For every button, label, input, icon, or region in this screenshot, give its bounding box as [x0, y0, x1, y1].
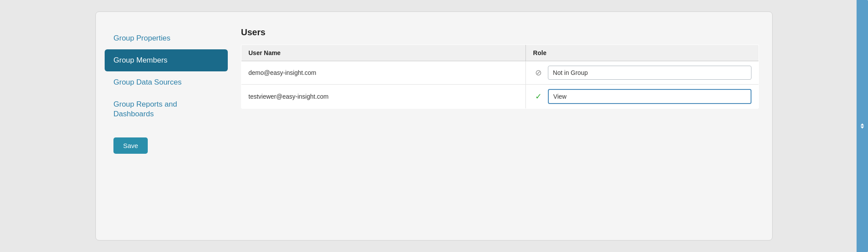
users-table: User Name Role demo@easy-insight.com⊘Not…	[241, 44, 759, 109]
sidebar-item-group-reports[interactable]: Group Reports and Dashboards	[105, 93, 228, 125]
save-button[interactable]: Save	[113, 137, 148, 154]
user-name-cell-1: testviewer@easy-insight.com	[241, 85, 526, 109]
sidebar-item-group-members[interactable]: Group Members	[105, 49, 228, 71]
col-header-role: Role	[526, 45, 759, 61]
col-header-username: User Name	[241, 45, 526, 61]
sidebar-item-group-data-sources[interactable]: Group Data Sources	[105, 71, 228, 93]
sidebar: Group PropertiesGroup MembersGroup Data …	[105, 25, 228, 227]
role-select-value-1: View	[549, 90, 751, 103]
blocked-icon: ⊘	[533, 68, 543, 78]
table-row: testviewer@easy-insight.com✓View	[241, 85, 759, 109]
sidebar-item-group-properties[interactable]: Group Properties	[105, 27, 228, 49]
section-title: Users	[241, 27, 759, 37]
user-name-cell-0: demo@easy-insight.com	[241, 61, 526, 85]
check-icon: ✓	[533, 92, 543, 101]
main-content: Users User Name Role demo@easy-insight.c…	[241, 25, 759, 227]
main-container: Group PropertiesGroup MembersGroup Data …	[95, 11, 773, 241]
role-select-wrapper-0: Not in Group	[548, 66, 751, 80]
role-cell-0: ⊘Not in Group	[526, 61, 759, 85]
role-cell-1: ✓View	[526, 85, 759, 109]
table-row: demo@easy-insight.com⊘Not in Group	[241, 61, 759, 85]
role-select-wrapper-1: View	[548, 89, 751, 104]
role-select-value-0: Not in Group	[548, 66, 751, 79]
